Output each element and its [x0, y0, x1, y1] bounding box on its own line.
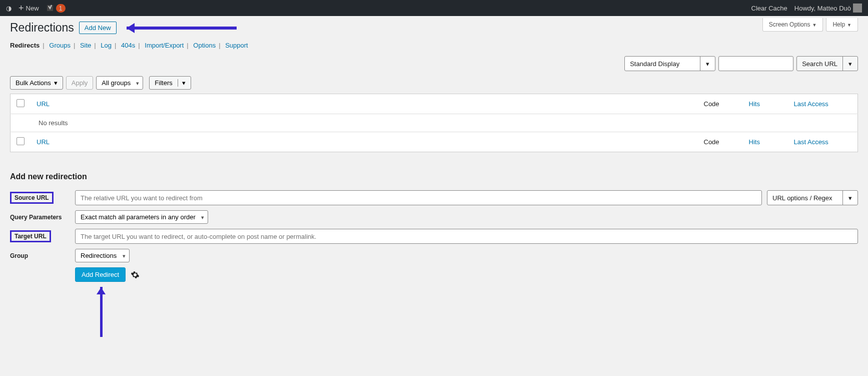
col-last-access-footer[interactable]: Last Access — [794, 138, 828, 146]
group-select[interactable]: Redirections — [75, 249, 130, 262]
query-params-select[interactable]: Exact match all parameters in any order — [75, 210, 208, 224]
chevron-down-icon: ▼ — [812, 23, 816, 28]
annotation-arrow-vertical — [100, 287, 858, 342]
subnav-support[interactable]: Support — [225, 42, 248, 49]
subnav-404s[interactable]: 404s — [121, 42, 135, 49]
col-last-access[interactable]: Last Access — [794, 100, 828, 108]
subnav-options[interactable]: Options — [193, 42, 216, 49]
col-code-footer: Code — [698, 132, 743, 152]
add-redirect-button[interactable]: Add Redirect — [75, 267, 126, 282]
gear-icon[interactable] — [131, 270, 140, 279]
plus-icon: + — [19, 3, 24, 14]
chevron-down-icon: ▾ — [842, 191, 857, 205]
chevron-down-icon: ▾ — [54, 79, 58, 87]
display-mode-select[interactable]: Standard Display ▾ — [624, 56, 715, 71]
screen-options-tab[interactable]: Screen Options▼ — [762, 18, 823, 32]
page-title: Redirections — [10, 21, 74, 35]
no-results-row: No results — [11, 114, 858, 132]
search-input[interactable] — [718, 56, 793, 71]
col-code: Code — [698, 94, 743, 114]
chevron-down-icon: ▾ — [178, 79, 186, 87]
url-options-select[interactable]: URL options / Regex ▾ — [767, 190, 858, 205]
yoast-icon[interactable]: 1 — [46, 4, 66, 13]
annotation-arrow-horizontal — [127, 27, 237, 30]
add-new-button[interactable]: Add New — [79, 22, 117, 34]
query-params-label: Query Parameters — [10, 214, 70, 221]
admin-bar: ◑ +New 1 Clear Cache Howdy, Matteo Duò — [0, 0, 868, 16]
col-hits[interactable]: Hits — [749, 100, 760, 108]
clear-cache-link[interactable]: Clear Cache — [751, 5, 787, 12]
subnav-groups[interactable]: Groups — [49, 42, 71, 49]
col-url[interactable]: URL — [37, 100, 50, 108]
comments-icon[interactable]: ◑ — [6, 5, 12, 12]
avatar — [853, 4, 862, 13]
subnav-redirects[interactable]: Redirects — [10, 42, 40, 49]
group-filter-select[interactable]: All groups — [96, 76, 143, 90]
new-link[interactable]: +New — [19, 3, 39, 14]
search-url-button[interactable]: Search URL ▾ — [796, 56, 858, 71]
subnav-import-export[interactable]: Import/Export — [145, 42, 184, 49]
target-url-label: Target URL — [10, 230, 51, 242]
chevron-down-icon: ▼ — [847, 23, 851, 28]
subnav: Redirects| Groups| Site| Log| 404s| Impo… — [10, 42, 858, 49]
group-label: Group — [10, 252, 70, 259]
screen-meta: Screen Options▼ Help▼ — [762, 18, 858, 32]
target-url-input[interactable] — [75, 229, 858, 244]
source-url-input[interactable] — [75, 190, 762, 205]
select-all-checkbox-footer[interactable] — [17, 137, 25, 145]
howdy-link[interactable]: Howdy, Matteo Duò — [794, 4, 862, 13]
bulk-actions-select[interactable]: Bulk Actions ▾ — [10, 76, 63, 90]
add-redirection-heading: Add new redirection — [10, 172, 858, 181]
redirects-table: URL Code Hits Last Access No results URL… — [10, 94, 858, 152]
chevron-down-icon: ▾ — [842, 57, 857, 71]
filters-button[interactable]: Filters ▾ — [149, 76, 191, 90]
apply-button[interactable]: Apply — [66, 76, 94, 90]
select-all-checkbox[interactable] — [17, 99, 25, 107]
notif-badge: 1 — [56, 4, 66, 13]
col-hits-footer[interactable]: Hits — [749, 138, 760, 146]
subnav-site[interactable]: Site — [80, 42, 91, 49]
col-url-footer[interactable]: URL — [37, 138, 50, 146]
subnav-log[interactable]: Log — [101, 42, 112, 49]
source-url-label: Source URL — [10, 192, 54, 204]
chevron-down-icon: ▾ — [700, 57, 715, 71]
help-tab[interactable]: Help▼ — [826, 18, 858, 32]
